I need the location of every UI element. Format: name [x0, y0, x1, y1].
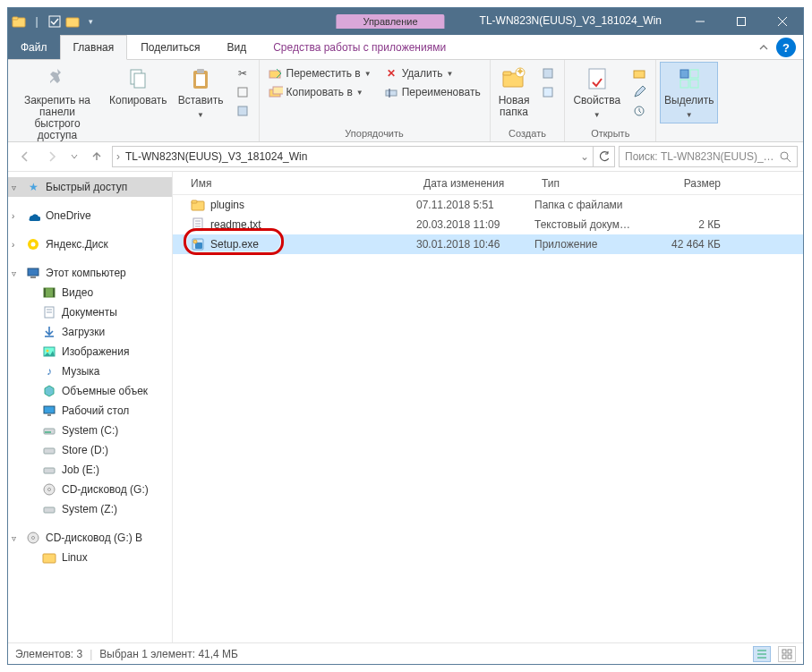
app-tools-tab[interactable]: Средства работы с приложениями: [260, 35, 459, 59]
sidebar-onedrive[interactable]: › OneDrive: [8, 206, 172, 225]
video-icon: [42, 285, 56, 300]
svg-rect-27: [634, 71, 645, 78]
sidebar-drive-z[interactable]: System (Z:): [8, 499, 172, 519]
new-folder-button[interactable]: ✦ Новая папка: [494, 62, 534, 121]
qat-customize-icon[interactable]: ▾: [83, 14, 98, 29]
column-header-size[interactable]: Размер: [651, 177, 731, 190]
sidebar-linux[interactable]: Linux: [8, 548, 172, 567]
sidebar-desktop[interactable]: Рабочий стол: [8, 401, 172, 421]
copy-icon: [124, 64, 152, 93]
sidebar-videos[interactable]: Видео: [8, 283, 172, 302]
svg-rect-40: [44, 288, 46, 297]
paste-shortcut-button[interactable]: [230, 102, 255, 120]
sidebar-quick-access[interactable]: ▿ ★ Быстрый доступ: [8, 177, 172, 197]
history-button[interactable]: [627, 102, 652, 120]
view-tab[interactable]: Вид: [213, 35, 260, 59]
search-input[interactable]: Поиск: TL-WN823N(EUUS)_V…: [619, 146, 798, 167]
properties-button[interactable]: Свойства ▼: [568, 62, 625, 123]
breadcrumb-chevron-icon: ›: [116, 150, 120, 163]
paste-button[interactable]: Вставить ▼: [174, 62, 228, 123]
sidebar-drive-e[interactable]: Job (E:): [8, 460, 172, 480]
column-header-name[interactable]: Имя: [184, 177, 416, 190]
minimize-button[interactable]: [680, 8, 721, 35]
sidebar-cd-g-b[interactable]: ▿CD-дисковод (G:) B: [8, 528, 172, 548]
sidebar-cd-g[interactable]: CD-дисковод (G:): [8, 480, 172, 499]
sidebar-yandex-disk[interactable]: › Яндекс.Диск: [8, 234, 172, 254]
svg-rect-73: [788, 650, 791, 653]
ribbon-group-select: Выделить ▼: [656, 60, 722, 141]
collapse-icon[interactable]: ▿: [12, 268, 21, 278]
copy-to-button[interactable]: Копировать в▼: [263, 83, 377, 101]
cut-button[interactable]: ✂: [230, 64, 255, 82]
file-row[interactable]: Setup.exe30.01.2018 10:46Приложение42 46…: [173, 234, 803, 254]
delete-button[interactable]: ✕ Удалить▼: [379, 64, 486, 82]
sidebar-downloads[interactable]: Загрузки: [8, 322, 172, 342]
sidebar-3d-objects[interactable]: Объемные объек: [8, 381, 172, 401]
sidebar-documents[interactable]: Документы: [8, 302, 172, 322]
svg-point-55: [48, 489, 51, 491]
edit-button[interactable]: [627, 83, 652, 101]
home-tab[interactable]: Главная: [60, 35, 128, 60]
checkbox-icon[interactable]: [47, 14, 62, 29]
close-button[interactable]: [762, 8, 803, 35]
svg-rect-51: [45, 431, 51, 433]
expand-icon[interactable]: ▿: [12, 183, 21, 192]
sidebar-music[interactable]: ♪Музыка: [8, 362, 172, 381]
nav-up-button[interactable]: [85, 145, 108, 168]
folder-small-icon[interactable]: [65, 14, 80, 29]
address-bar[interactable]: › TL-WN823N(EUUS)_V3_181024_Win ⌄: [112, 146, 594, 167]
file-row[interactable]: plugins07.11.2018 5:51Папка с файлами: [173, 195, 803, 215]
thumbnails-view-button[interactable]: [778, 646, 796, 662]
column-header-type[interactable]: Тип: [534, 177, 651, 190]
nav-recent-button[interactable]: [67, 145, 81, 168]
copy-path-button[interactable]: [230, 83, 255, 101]
navigation-pane: ▿ ★ Быстрый доступ › OneDrive › Яндекс.Д…: [8, 172, 173, 642]
easy-access-button[interactable]: [535, 83, 560, 101]
address-history-icon[interactable]: ⌄: [580, 150, 589, 163]
svg-rect-14: [238, 106, 247, 115]
help-button[interactable]: ?: [776, 38, 796, 57]
file-tab[interactable]: Файл: [8, 35, 60, 59]
sidebar-pictures[interactable]: Изображения: [8, 342, 172, 362]
rename-button[interactable]: Переименовать: [379, 83, 486, 101]
cube-icon: [42, 384, 56, 398]
new-item-button[interactable]: [535, 64, 560, 82]
text-icon: [191, 217, 205, 232]
move-to-button[interactable]: Переместить в▼: [263, 64, 377, 82]
svg-rect-41: [53, 288, 55, 297]
copy-button[interactable]: Копировать: [105, 62, 172, 109]
svg-rect-75: [788, 655, 791, 659]
search-placeholder: Поиск: TL-WN823N(EUUS)_V…: [625, 150, 774, 163]
sidebar-drive-d[interactable]: Store (D:): [8, 440, 172, 460]
pin-to-quickaccess-button[interactable]: Закрепить на панели быстрого доступа: [12, 62, 103, 144]
maximize-button[interactable]: [721, 8, 762, 35]
nav-back-button[interactable]: [13, 145, 37, 168]
search-icon: [780, 151, 791, 163]
divider-icon: |: [30, 14, 44, 29]
file-size: 42 464 КБ: [651, 238, 731, 251]
collapse-icon[interactable]: ▿: [12, 533, 21, 543]
svg-rect-1: [13, 17, 18, 20]
svg-rect-24: [543, 69, 552, 78]
svg-rect-53: [44, 468, 55, 473]
details-view-button[interactable]: [753, 646, 771, 662]
downloads-icon: [42, 325, 56, 339]
ribbon-collapse-button[interactable]: [751, 35, 776, 59]
breadcrumb-segment[interactable]: TL-WN823N(EUUS)_V3_181024_Win: [125, 150, 307, 163]
file-row[interactable]: readme.txt20.03.2018 11:09Текстовый доку…: [173, 215, 803, 234]
svg-rect-17: [273, 87, 283, 94]
share-tab[interactable]: Поделиться: [127, 35, 213, 59]
refresh-button[interactable]: [594, 146, 615, 167]
sidebar-this-pc[interactable]: ▿ Этот компьютер: [8, 263, 172, 283]
open-button[interactable]: [627, 64, 652, 82]
expand-icon[interactable]: ›: [12, 240, 21, 250]
column-header-date[interactable]: Дата изменения: [416, 177, 534, 190]
sidebar-drive-c[interactable]: System (C:): [8, 421, 172, 440]
nav-forward-button[interactable]: [40, 145, 64, 168]
drive-icon: [42, 463, 56, 477]
content-area: ▿ ★ Быстрый доступ › OneDrive › Яндекс.Д…: [8, 171, 803, 642]
expand-icon[interactable]: ›: [12, 211, 21, 221]
shortcut-icon: [235, 104, 250, 118]
select-button[interactable]: Выделить ▼: [660, 62, 718, 123]
new-item-icon: [541, 66, 555, 81]
